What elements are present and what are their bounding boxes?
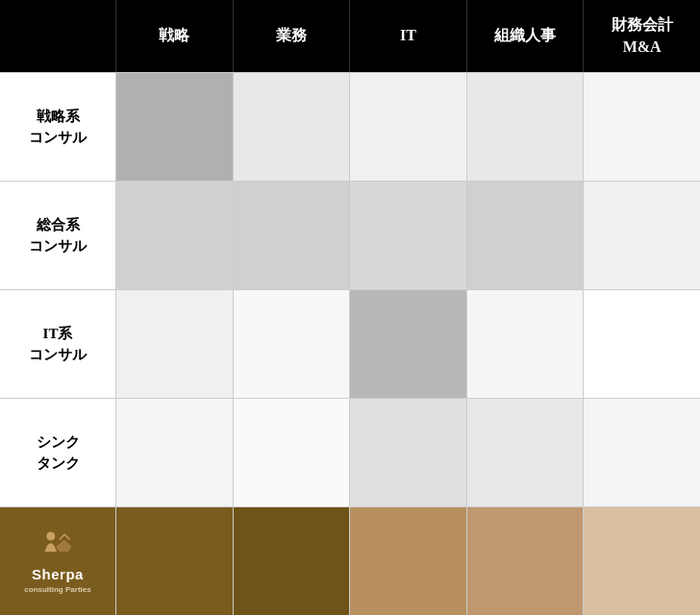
cell-strategy-finance: [583, 73, 700, 181]
header-row: 戦略 業務 IT 組織人事 財務会計 M&A: [0, 0, 700, 72]
row-label-thinktank: シンク タンク: [0, 398, 115, 506]
cell-think-strategy: [115, 399, 233, 506]
grid-body: 戦略系 コンサル 総合系 コンサル IT系 コンサル シンク タンク: [0, 72, 700, 615]
cell-think-operations: [233, 399, 350, 506]
cell-it-strategy: [115, 290, 233, 398]
main-container: 戦略 業務 IT 組織人事 財務会計 M&A 戦略系 コンサル 総合系 コンサル…: [0, 0, 700, 615]
header-col-strategy: 戦略: [115, 0, 233, 72]
row-labels: 戦略系 コンサル 総合系 コンサル IT系 コンサル シンク タンク: [0, 72, 115, 615]
cell-general-hr: [466, 182, 584, 289]
cell-sherpa-finance: [583, 507, 700, 615]
cell-general-strategy: [115, 182, 233, 289]
data-row-it: [115, 289, 700, 398]
cell-strategy-strategy: [115, 73, 233, 181]
cell-it-operations: [233, 290, 350, 398]
header-col-operations: 業務: [233, 0, 350, 72]
sherpa-subtitle: consulting Parties: [24, 585, 90, 595]
data-grid: [115, 72, 700, 615]
cell-general-it: [349, 182, 466, 289]
cell-strategy-it: [349, 73, 466, 181]
cell-think-hr: [466, 399, 584, 506]
cell-it-hr: [466, 290, 584, 398]
sherpa-name: Sherpa: [32, 564, 84, 586]
svg-point-0: [46, 531, 55, 540]
cell-sherpa-strategy: [115, 507, 233, 615]
header-col-it: IT: [349, 0, 466, 72]
row-label-it: IT系 コンサル: [0, 289, 115, 398]
data-row-strategy: [115, 72, 700, 181]
header-col-finance: 財務会計 M&A: [583, 0, 700, 72]
row-label-general: 総合系 コンサル: [0, 181, 115, 289]
cell-strategy-hr: [466, 73, 584, 181]
cell-sherpa-operations: [233, 507, 350, 615]
data-row-general: [115, 181, 700, 289]
cell-general-finance: [583, 182, 700, 289]
cell-general-operations: [233, 182, 350, 289]
cell-strategy-operations: [233, 73, 350, 181]
cell-sherpa-hr: [466, 507, 584, 615]
sherpa-logo: Sherpa consulting Parties: [24, 528, 90, 595]
cell-think-it: [349, 399, 466, 506]
data-row-thinktank: [115, 398, 700, 506]
cell-it-it: [349, 290, 466, 398]
header-col-hr: 組織人事: [466, 0, 584, 72]
row-label-sherpa: Sherpa consulting Parties: [0, 506, 115, 615]
cell-sherpa-it: [349, 507, 466, 615]
row-label-strategy: 戦略系 コンサル: [0, 72, 115, 181]
header-corner: [0, 0, 115, 72]
sherpa-icon: [40, 528, 75, 562]
data-row-sherpa: [115, 506, 700, 615]
cell-it-finance: [583, 290, 700, 398]
cell-think-finance: [583, 399, 700, 506]
